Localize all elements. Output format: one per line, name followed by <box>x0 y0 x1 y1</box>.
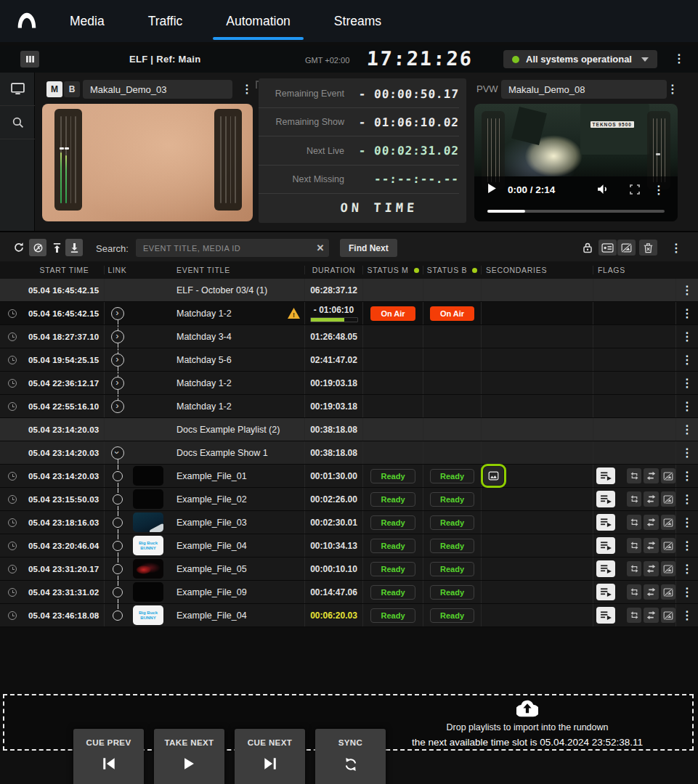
playlist-play-icon[interactable] <box>596 514 615 531</box>
take-next-button[interactable]: TAKE NEXT <box>154 729 224 784</box>
collapse-toggle-icon[interactable]: › <box>111 446 124 460</box>
image-off-icon[interactable] <box>661 538 675 553</box>
swap-icon[interactable] <box>644 608 658 623</box>
status-badge[interactable]: Ready <box>430 515 474 530</box>
image-off-icon[interactable] <box>661 608 675 623</box>
table-row[interactable]: 05.04 23:14:20.03Example_File_0100:01:30… <box>0 465 698 488</box>
table-row[interactable]: 05.04 16:45:42.15›Matchday 1-2!- 01:06:1… <box>0 302 698 325</box>
table-row[interactable]: 05.04 23:31:31.02Example_File_0900:14:47… <box>0 581 698 604</box>
repeat-icon[interactable] <box>627 561 641 576</box>
status-badge[interactable]: Ready <box>370 515 415 530</box>
row-menu[interactable]: ⋮ <box>681 517 693 528</box>
table-row[interactable]: 05.04 18:27:37.10›Matchday 3-401:26:48.0… <box>0 325 698 348</box>
swap-icon[interactable] <box>644 515 658 530</box>
playlist-play-icon[interactable] <box>596 537 615 554</box>
repeat-icon[interactable] <box>627 608 641 623</box>
swap-icon[interactable] <box>644 491 658 507</box>
rundown-menu[interactable]: ⋮ <box>670 242 682 254</box>
status-badge[interactable]: Ready <box>370 608 415 623</box>
repeat-icon[interactable] <box>627 584 641 600</box>
image-off-icon[interactable] <box>661 584 675 600</box>
swap-icon[interactable] <box>644 468 658 483</box>
row-menu[interactable]: ⋮ <box>681 308 693 319</box>
monitor-view-icon[interactable] <box>0 73 35 106</box>
repeat-icon[interactable] <box>627 538 641 553</box>
row-menu[interactable]: ⋮ <box>681 354 693 366</box>
row-menu[interactable]: ⋮ <box>681 587 693 598</box>
cue-next-button[interactable]: CUE NEXT <box>235 729 305 784</box>
image-off-icon[interactable] <box>661 561 675 576</box>
layout-columns-icon[interactable] <box>20 51 39 68</box>
playlist-play-icon[interactable] <box>596 607 615 624</box>
row-menu[interactable]: ⋮ <box>681 494 693 505</box>
fullscreen-icon[interactable] <box>630 184 640 197</box>
header-menu[interactable]: ⋮ <box>673 53 685 65</box>
pgm-menu[interactable]: ⋮ <box>241 83 253 95</box>
row-menu[interactable]: ⋮ <box>681 285 693 296</box>
swap-icon[interactable] <box>644 538 658 553</box>
delete-icon[interactable] <box>639 240 657 256</box>
repeat-icon[interactable] <box>627 515 641 530</box>
repeat-icon[interactable] <box>627 468 641 483</box>
swap-icon[interactable] <box>644 584 658 600</box>
system-status-dropdown[interactable]: All systems operational <box>503 50 657 68</box>
playlist-play-icon[interactable] <box>596 560 615 577</box>
expand-toggle-icon[interactable]: › <box>111 354 124 367</box>
expand-toggle-icon[interactable]: › <box>111 377 124 390</box>
volume-icon[interactable] <box>597 184 609 197</box>
sync-button[interactable]: SYNC <box>315 729 386 784</box>
row-menu[interactable]: ⋮ <box>681 424 693 436</box>
image-off-icon[interactable] <box>661 468 675 483</box>
status-badge[interactable]: Ready <box>430 608 474 623</box>
tab-automation[interactable]: Automation <box>223 0 293 42</box>
playlist-play-icon[interactable] <box>596 467 615 484</box>
tab-media[interactable]: Media <box>67 0 107 42</box>
status-badge[interactable]: Ready <box>370 585 415 600</box>
table-row[interactable]: 05.04 23:15:50.03Example_File_0200:02:26… <box>0 488 698 511</box>
playlist-play-icon[interactable] <box>596 584 615 600</box>
status-badge[interactable]: Ready <box>370 562 415 576</box>
row-menu[interactable]: ⋮ <box>681 470 693 482</box>
pvw-source-input[interactable] <box>501 80 667 99</box>
table-row[interactable]: 05.04 22:36:12.17›Matchday 1-200:19:03.1… <box>0 372 698 395</box>
event-card-icon[interactable] <box>598 240 617 256</box>
table-row[interactable]: 05.04 22:55:16.10›Matchday 1-200:19:03.1… <box>0 395 698 418</box>
table-row[interactable]: 05.04 16:45:42.15ELF - October 03/4 (1)0… <box>0 279 698 302</box>
status-badge[interactable]: Ready <box>430 562 474 576</box>
jump-bottom-icon[interactable] <box>65 239 83 256</box>
row-menu[interactable]: ⋮ <box>681 377 693 389</box>
status-badge[interactable]: Ready <box>370 469 415 483</box>
image-off-icon[interactable] <box>661 515 675 530</box>
image-off-icon[interactable] <box>661 491 675 507</box>
jump-top-icon[interactable] <box>48 239 65 256</box>
lock-icon[interactable] <box>579 239 596 256</box>
clear-search-icon[interactable]: ✕ <box>312 242 329 253</box>
expand-toggle-icon[interactable]: › <box>111 330 124 343</box>
row-menu[interactable]: ⋮ <box>681 447 693 459</box>
status-badge[interactable]: Ready <box>430 469 474 483</box>
search-input[interactable] <box>136 244 312 253</box>
status-badge[interactable]: Ready <box>430 539 474 553</box>
status-badge[interactable]: Ready <box>370 492 415 507</box>
tab-streams[interactable]: Streams <box>331 0 384 42</box>
play-icon[interactable] <box>487 183 497 197</box>
swap-icon[interactable] <box>644 561 658 576</box>
pvw-menu[interactable]: ⋮ <box>667 83 678 95</box>
refresh-icon[interactable] <box>10 239 28 256</box>
playlist-play-icon[interactable] <box>596 491 615 507</box>
status-badge[interactable]: Ready <box>430 585 474 600</box>
thumbnails-off-icon[interactable] <box>617 240 636 256</box>
cue-prev-button[interactable]: CUE PREV <box>73 729 144 784</box>
table-row[interactable]: 05.04 23:46:18.08Big Buck BUNNYExample_F… <box>0 604 698 627</box>
row-menu[interactable]: ⋮ <box>681 610 693 621</box>
row-menu[interactable]: ⋮ <box>681 401 693 412</box>
clock-off-icon[interactable] <box>29 239 46 256</box>
status-badge[interactable]: On Air <box>370 306 415 321</box>
player-progress-bar[interactable] <box>487 210 665 213</box>
expand-toggle-icon[interactable]: › <box>111 400 124 413</box>
table-row[interactable]: 05.04 23:18:16.03Example_File_0300:02:30… <box>0 511 698 534</box>
row-menu[interactable]: ⋮ <box>681 331 693 343</box>
status-badge[interactable]: Ready <box>370 539 415 553</box>
row-menu[interactable]: ⋮ <box>681 540 693 552</box>
expand-toggle-icon[interactable]: › <box>111 307 124 320</box>
